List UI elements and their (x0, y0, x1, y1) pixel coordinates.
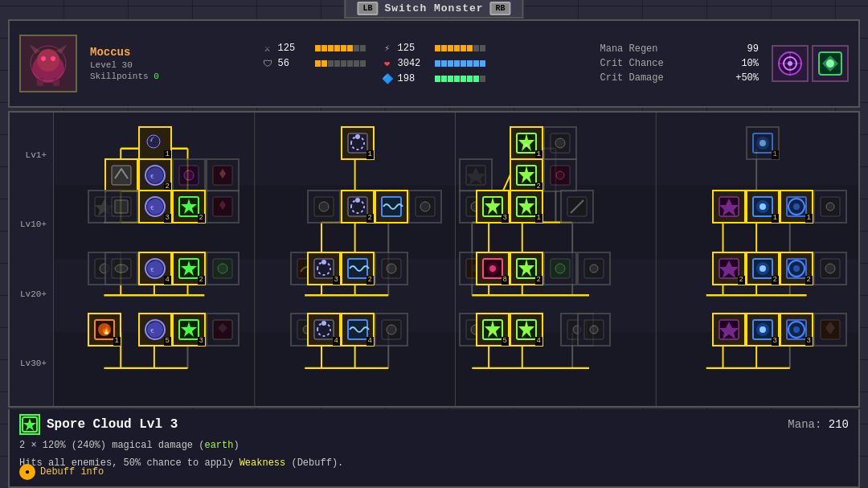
skill-col4-lv20-ring2[interactable]: 2 (780, 252, 813, 285)
svg-point-139 (556, 171, 564, 179)
skill-col4-lv30-ring3[interactable]: 3 (780, 313, 813, 347)
monster-level: Level 30 (90, 60, 249, 70)
defense-val: 56 (278, 58, 310, 69)
svg-text:★: ★ (524, 141, 528, 149)
spell-name-text: Spore Cloud Lvl 3 (47, 417, 178, 432)
skill-col2-lv30-center[interactable]: 4 (307, 313, 341, 347)
skill-col1-lv20-r1[interactable] (206, 252, 240, 285)
skill-col1-lv30-star3[interactable]: 3 (172, 313, 206, 347)
spell-desc-line1: 2 × 120% (240%) magical damage (earth) (19, 438, 849, 453)
lv10-label: Lv10+ (13, 219, 50, 229)
skill-tree: Lv1+ Lv10+ Lv20+ Lv30+ (8, 111, 860, 408)
item-slots (772, 45, 849, 82)
skill-col2-lv10-wave[interactable] (375, 190, 408, 223)
skill-col2-lv1-center[interactable]: 1 (341, 126, 375, 160)
attack-bar (315, 45, 366, 51)
stat-col-2: ⚡ 125 ❤ 3042 🔷 198 (382, 43, 485, 85)
svg-point-91 (115, 265, 128, 273)
skill-col4-lv20-r1[interactable] (813, 252, 847, 285)
item-slot-2[interactable] (812, 45, 849, 82)
skill-col2-lv20-center[interactable]: 3 (307, 252, 341, 285)
skill-col1-lv20-center[interactable]: € 4 (138, 252, 172, 285)
svg-point-152 (489, 265, 496, 272)
lb-button[interactable]: LB (357, 2, 378, 15)
skill-col1-lv30-center[interactable]: € 5 (138, 313, 172, 347)
skill-col3-lv10-r1[interactable] (560, 190, 594, 223)
skill-col3-lv20-center[interactable]: 8 (476, 252, 510, 285)
skill-col3-lv10-l2[interactable]: 3 (476, 190, 510, 223)
skill-col4-lv10-r1[interactable] (813, 190, 847, 223)
rb-button[interactable]: RB (490, 2, 511, 15)
attack-val: 125 (278, 43, 310, 54)
svg-point-110 (319, 202, 329, 211)
skill-col2-lv20-wave2[interactable]: 2 (341, 252, 375, 285)
stat-defense: 🛡 56 (262, 58, 366, 70)
skill-col1-lv20-star2[interactable]: 2 (172, 252, 206, 285)
skill-col3-lv1-r2[interactable] (543, 158, 577, 192)
skill-col2-lv20-r1[interactable] (375, 252, 408, 285)
skill-col4-lv30-l1[interactable] (712, 313, 746, 347)
trees-container: 1 € 2 € 3 2 (54, 113, 858, 406)
header-panel: Moccus Level 30 Skillpoints 0 ⚔ 125 🛡 56 (8, 19, 860, 108)
svg-point-118 (321, 260, 326, 265)
skill-col1-lv1-l4[interactable] (206, 158, 240, 192)
skill-col3-lv1-ll1[interactable] (459, 158, 493, 192)
skill-col1-lv30-l1[interactable]: 🔥 1 (88, 313, 121, 347)
skill-col4-lv30-center[interactable]: 3 (746, 313, 780, 347)
item-slot-1[interactable] (772, 45, 809, 82)
skill-col2-lv30-wave3[interactable]: 4 (341, 313, 375, 347)
skill-col4-lv20-l1[interactable]: 2 (712, 252, 746, 285)
skill-col4-lv10-l1[interactable] (712, 190, 746, 223)
skill-col2-lv10-center[interactable]: 2 (341, 190, 375, 223)
monster-image (19, 35, 77, 92)
skill-col1-lv1-l3[interactable] (172, 158, 206, 192)
skill-col3-lv30-r2[interactable] (577, 313, 611, 347)
skill-col2-lv30-r1[interactable] (375, 313, 408, 347)
skill-col3-lv1-center2[interactable]: 2 (510, 158, 543, 192)
combat-stats: Mana Regen 99 Crit Chance 10% Crit Damag… (592, 43, 760, 84)
skill-col4-lv20-center[interactable]: 2 (746, 252, 780, 285)
skill-col4-lv10-ring[interactable]: 1 (780, 190, 813, 223)
skill-col4-lv10-center[interactable]: 1 (746, 190, 780, 223)
skill-col1-lv10-r1[interactable] (206, 190, 240, 223)
stat-speed: ⚡ 125 (382, 43, 485, 55)
switch-monster-bar: LB Switch Monster RB (344, 0, 523, 18)
skill-col3-lv1-center[interactable]: ★ 1 (510, 126, 543, 160)
skill-col4-lv1-center[interactable]: 1 (746, 126, 780, 160)
mana-bar (435, 76, 485, 82)
skill-col3-lv20-r2[interactable] (577, 252, 611, 285)
skill-col1-lv10-l2[interactable] (104, 190, 138, 223)
svg-point-199 (793, 326, 800, 333)
skill-col1-lv10-star[interactable]: 2 (172, 190, 206, 223)
skill-col1-lv1-l1[interactable] (104, 158, 138, 192)
level-labels: Lv1+ Lv10+ Lv20+ Lv30+ (10, 113, 54, 406)
switch-label: Switch Monster (384, 2, 483, 14)
svg-text:€: € (150, 266, 154, 273)
skill-col3-lv10-star2[interactable]: 1 (510, 190, 543, 223)
crit-chance-row: Crit Chance 10% (600, 58, 760, 69)
svg-text:€: € (150, 327, 154, 334)
skill-col3-lv30-spore[interactable]: 5 (476, 313, 510, 347)
skill-col2-lv10-r1[interactable] (408, 190, 442, 223)
skill-col4-lv30-r1[interactable] (813, 313, 847, 347)
skill-col1-lv1-l2[interactable]: € 2 (138, 158, 172, 192)
stat-hp: ❤ 3042 (382, 58, 485, 70)
debuff-info-section[interactable]: ● Debuff info (19, 464, 104, 480)
svg-point-181 (826, 203, 834, 211)
stat-attack: ⚔ 125 (262, 43, 366, 55)
skill-col1-lv10-center[interactable]: € 3 (138, 190, 172, 223)
skill-col1-lv1-center[interactable]: 1 (138, 126, 172, 160)
svg-text:🔥: 🔥 (101, 325, 112, 335)
skill-col1-lv30-r1[interactable] (206, 313, 240, 347)
skill-col1-lv20-l2[interactable] (104, 252, 138, 285)
svg-point-168 (590, 326, 598, 334)
svg-rect-81 (115, 200, 128, 213)
skill-col2-lv10-l1[interactable] (307, 190, 341, 223)
monster-info: Moccus Level 30 Skillpoints 0 (90, 46, 249, 81)
skill-col3-lv20-star3[interactable]: 2 (510, 252, 543, 285)
skill-col3-lv1-r1[interactable] (543, 126, 577, 160)
mana-regen-label: Mana Regen (600, 43, 658, 55)
skill-col3-lv30-star4[interactable]: 4 (510, 313, 543, 347)
svg-point-97 (218, 264, 227, 273)
skill-col3-lv20-r1[interactable] (543, 252, 577, 285)
